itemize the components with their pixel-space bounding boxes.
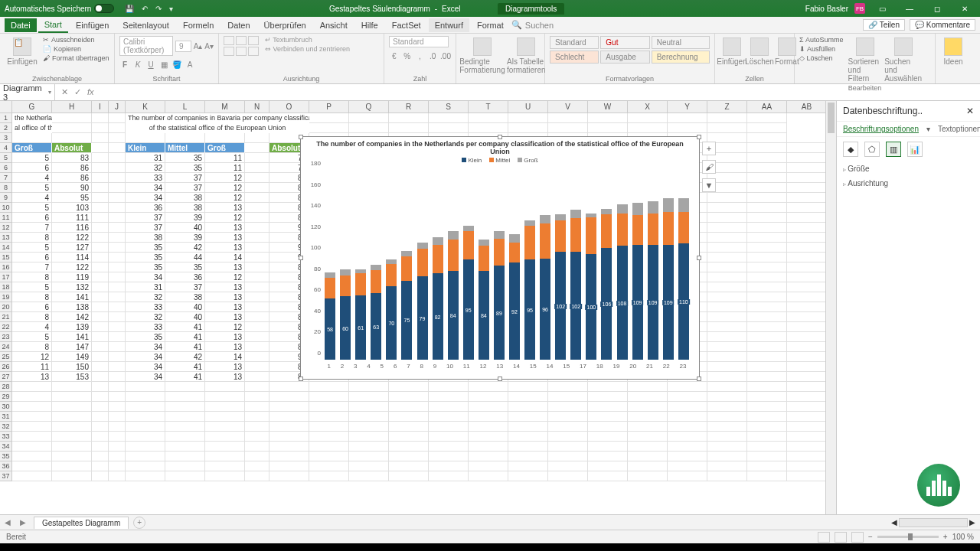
alignment-buttons[interactable] (224, 36, 259, 56)
conditional-format-button[interactable]: Bedingte Formatierung (461, 36, 504, 74)
size-section[interactable]: Größe (837, 161, 980, 176)
menu-view[interactable]: Ansicht (314, 18, 354, 32)
italic-icon[interactable]: K (132, 59, 143, 70)
menu-formulas[interactable]: Formeln (177, 18, 220, 32)
fx-icon[interactable]: fx (87, 87, 94, 97)
delete-cells-button[interactable]: Löschen (747, 36, 772, 66)
ribbon: 📋 Einfügen ✂ Ausschneiden 📄 Kopieren 🖌 F… (0, 34, 980, 84)
autosave-toggle[interactable]: Automatisches Speichern (5, 4, 114, 13)
chart-elements-button[interactable]: + (702, 142, 716, 155)
close-icon[interactable]: ✕ (954, 5, 975, 13)
save-icon[interactable]: 💾 (125, 5, 134, 13)
merge-center-button[interactable]: ⇔ Verbinden und zentrieren (265, 45, 350, 53)
comma-icon[interactable]: , (415, 51, 426, 61)
fill-button[interactable]: ⬇ Ausfüllen (799, 45, 844, 53)
menu-format[interactable]: Format (471, 18, 510, 32)
page-break-view-icon[interactable] (851, 532, 864, 543)
wrap-text-button[interactable]: ↵ Textumbruch (265, 36, 350, 44)
user-name[interactable]: Fabio Basler (805, 5, 848, 13)
horizontal-scrollbar[interactable] (899, 518, 968, 527)
effects-icon[interactable]: ⬠ (864, 142, 880, 157)
alignment-section[interactable]: Ausrichtung (837, 176, 980, 191)
chart-plot-area[interactable]: 020406080100120140160180 586061637075798… (322, 167, 691, 373)
text-options-tab[interactable]: Textoptionen (938, 125, 980, 133)
ideas-button[interactable]: Ideen (940, 36, 966, 66)
paste-button[interactable]: 📋 Einfügen (5, 36, 40, 66)
toggle-icon[interactable] (94, 4, 114, 13)
chart-legend[interactable]: Klein Mittel Groß (301, 157, 699, 167)
minimize-icon[interactable]: — (899, 5, 920, 13)
qat-dropdown-icon[interactable]: ▾ (169, 5, 173, 13)
fill-line-icon[interactable]: ◆ (843, 142, 858, 157)
sort-filter-button[interactable]: Sortieren und Filtern (848, 36, 882, 83)
insert-cells-button[interactable]: Einfügen (720, 36, 744, 66)
increase-decimal-icon[interactable]: .0 (427, 51, 438, 61)
copy-button[interactable]: 📄 Kopieren (43, 45, 109, 53)
font-size-select[interactable]: 9 (175, 41, 191, 52)
zoom-out-icon[interactable]: − (868, 533, 873, 541)
cell-styles-gallery[interactable]: Standard Gut Neutral Schlecht Ausgabe Be… (550, 36, 710, 64)
chart-tools-tab[interactable]: Diagrammtools (498, 3, 564, 15)
menu-data[interactable]: Daten (221, 18, 256, 32)
maximize-icon[interactable]: ◻ (926, 5, 948, 13)
page-layout-view-icon[interactable] (835, 532, 847, 543)
percent-icon[interactable]: % (402, 51, 413, 61)
sheet-nav-next-icon[interactable]: ▶ (15, 518, 31, 527)
menu-help[interactable]: Hilfe (355, 18, 384, 32)
spreadsheet-grid[interactable]: GHIJKLMNOPQRSTUVWXYZAAAB 123456789101112… (0, 101, 836, 514)
chart-filters-button[interactable]: ▼ (702, 178, 716, 192)
menu-pagelayout[interactable]: Seitenlayout (116, 18, 175, 32)
zoom-level[interactable]: 100 % (952, 533, 974, 541)
chart-styles-button[interactable]: 🖌 (702, 160, 716, 174)
menu-start[interactable]: Start (38, 18, 68, 33)
decrease-font-icon[interactable]: A▾ (204, 41, 214, 51)
hscroll-right-icon[interactable]: ▶ (969, 518, 975, 527)
number-format-select[interactable]: Standard (389, 36, 449, 47)
increase-font-icon[interactable]: A▴ (194, 41, 203, 51)
ribbon-display-icon[interactable]: ▭ (871, 5, 893, 13)
add-sheet-button[interactable]: + (133, 517, 145, 529)
clear-button[interactable]: ◇ Löschen (799, 54, 844, 62)
normal-view-icon[interactable] (818, 532, 830, 543)
border-icon[interactable]: ▦ (158, 59, 169, 70)
currency-icon[interactable]: € (389, 51, 400, 61)
redo-icon[interactable]: ↷ (155, 5, 162, 13)
format-painter-button[interactable]: 🖌 Format übertragen (43, 54, 109, 62)
share-button[interactable]: 🔗 Teilen (863, 19, 905, 31)
name-box[interactable]: Diagramm 3▾ (0, 83, 55, 102)
chart-object[interactable]: The number of companies in the Netherlan… (300, 136, 700, 380)
format-as-table-button[interactable]: Als Tabelle formatieren (507, 36, 546, 74)
sheet-tab[interactable]: Gestapeltes Diagramm (34, 517, 129, 529)
decrease-decimal-icon[interactable]: .00 (440, 51, 451, 61)
font-name-select[interactable]: Calibri (Textkörper) (119, 36, 173, 56)
menu-factset[interactable]: FactSet (386, 18, 427, 32)
cancel-formula-icon[interactable]: ✕ (61, 87, 68, 97)
zoom-in-icon[interactable]: + (943, 533, 948, 541)
undo-icon[interactable]: ↶ (142, 5, 148, 13)
avatar[interactable]: FB (854, 3, 865, 14)
menu-design[interactable]: Entwurf (429, 18, 469, 32)
chart-title[interactable]: The number of companies in the Netherlan… (301, 137, 699, 157)
font-color-icon[interactable]: A (185, 59, 195, 70)
bold-icon[interactable]: F (119, 59, 130, 70)
underline-icon[interactable]: U (145, 59, 156, 70)
menu-review[interactable]: Überprüfen (258, 18, 312, 32)
size-properties-icon[interactable]: ▥ (886, 142, 901, 157)
search-label: Suchen (525, 21, 554, 30)
label-options-tab[interactable]: Beschriftungsoptionen (843, 125, 919, 133)
find-select-button[interactable]: Suchen und Auswählen (887, 36, 920, 83)
autosum-button[interactable]: Σ AutoSumme (799, 36, 844, 44)
comments-button[interactable]: 💬 Kommentare (910, 19, 975, 31)
cut-button[interactable]: ✂ Ausschneiden (43, 36, 109, 44)
menu-file[interactable]: Datei (5, 18, 37, 32)
label-options-icon[interactable]: 📊 (907, 142, 923, 157)
menu-insert[interactable]: Einfügen (70, 18, 115, 32)
task-pane-close-icon[interactable]: ✕ (966, 106, 974, 116)
hscroll-left-icon[interactable]: ◀ (891, 518, 897, 527)
enter-formula-icon[interactable]: ✓ (74, 87, 81, 97)
fill-color-icon[interactable]: 🪣 (172, 59, 182, 70)
search-box[interactable]: 🔍 Suchen (511, 20, 554, 30)
zoom-slider[interactable] (877, 536, 939, 538)
vertical-scrollbar[interactable] (825, 101, 836, 514)
sheet-nav-prev-icon[interactable]: ◀ (0, 518, 15, 527)
